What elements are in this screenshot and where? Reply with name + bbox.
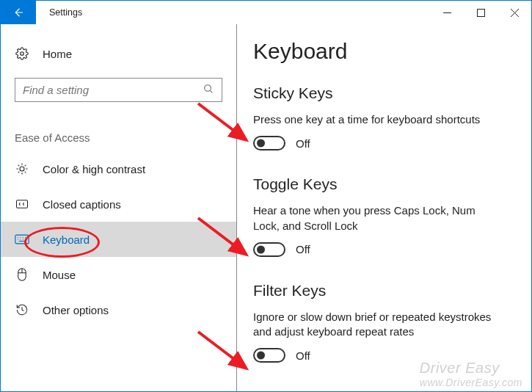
window-controls <box>430 1 531 24</box>
svg-point-1 <box>21 52 24 56</box>
sidebar-item-mouse[interactable]: Mouse <box>1 257 236 292</box>
toggle-knob-icon <box>257 245 265 253</box>
window-title: Settings <box>36 1 82 24</box>
mouse-icon <box>15 268 29 281</box>
content-pane: Keyboard Sticky Keys Press one key at a … <box>237 24 531 391</box>
sidebar-item-keyboard[interactable]: Keyboard <box>1 222 236 257</box>
toggle-state-sticky-keys: Off <box>296 137 310 150</box>
sidebar-item-label: Closed captions <box>43 198 121 211</box>
sidebar-item-label: Mouse <box>43 269 76 281</box>
section-title-toggle-keys: Toggle Keys <box>253 175 515 193</box>
toggle-knob-icon <box>257 352 265 360</box>
minimize-button[interactable] <box>430 1 464 24</box>
toggle-knob-icon <box>257 139 265 148</box>
sidebar: Home Ease of Access Color & high contras… <box>1 24 237 391</box>
titlebar: Settings <box>1 1 531 24</box>
home-link[interactable]: Home <box>1 43 236 65</box>
section-desc-sticky-keys: Press one key at a time for keyboard sho… <box>253 112 503 127</box>
search-input[interactable] <box>23 84 203 96</box>
search-box[interactable] <box>15 78 222 102</box>
toggle-sticky-keys[interactable] <box>253 136 285 150</box>
settings-window: Settings Home <box>0 0 532 392</box>
svg-rect-5 <box>15 235 29 244</box>
keyboard-icon <box>15 234 29 244</box>
sidebar-item-label: Keyboard <box>43 233 90 246</box>
maximize-icon <box>477 9 485 17</box>
toggle-state-filter-keys: Off <box>296 349 310 362</box>
section-desc-toggle-keys: Hear a tone when you press Caps Lock, Nu… <box>253 203 503 233</box>
svg-rect-4 <box>17 200 28 208</box>
section-title-filter-keys: Filter Keys <box>253 282 515 300</box>
sidebar-item-closed-captions[interactable]: Closed captions <box>1 186 236 222</box>
svg-point-2 <box>205 84 211 91</box>
home-label: Home <box>43 48 72 60</box>
captions-icon <box>15 197 29 211</box>
gear-icon <box>15 47 29 60</box>
section-title-sticky-keys: Sticky Keys <box>253 84 515 102</box>
clock-arrow-icon <box>15 303 29 316</box>
toggle-filter-keys[interactable] <box>253 348 285 363</box>
sidebar-item-color-contrast[interactable]: Color & high contrast <box>1 151 236 186</box>
sidebar-item-label: Color & high contrast <box>43 163 145 175</box>
arrow-left-icon <box>12 6 25 19</box>
close-button[interactable] <box>498 1 531 24</box>
sidebar-item-label: Other options <box>43 304 109 316</box>
toggle-state-toggle-keys: Off <box>296 243 310 255</box>
maximize-button[interactable] <box>464 1 498 24</box>
toggle-toggle-keys[interactable] <box>253 242 285 257</box>
section-desc-filter-keys: Ignore or slow down brief or repeated ke… <box>253 310 503 340</box>
minimize-icon <box>443 9 451 17</box>
sidebar-item-other-options[interactable]: Other options <box>1 292 236 327</box>
brightness-icon <box>15 162 29 175</box>
category-label: Ease of Access <box>15 131 236 144</box>
svg-rect-0 <box>477 9 484 16</box>
close-icon <box>511 9 519 17</box>
svg-point-3 <box>20 167 24 171</box>
search-icon <box>203 83 214 98</box>
page-title: Keyboard <box>253 39 515 64</box>
back-button[interactable] <box>1 1 36 24</box>
